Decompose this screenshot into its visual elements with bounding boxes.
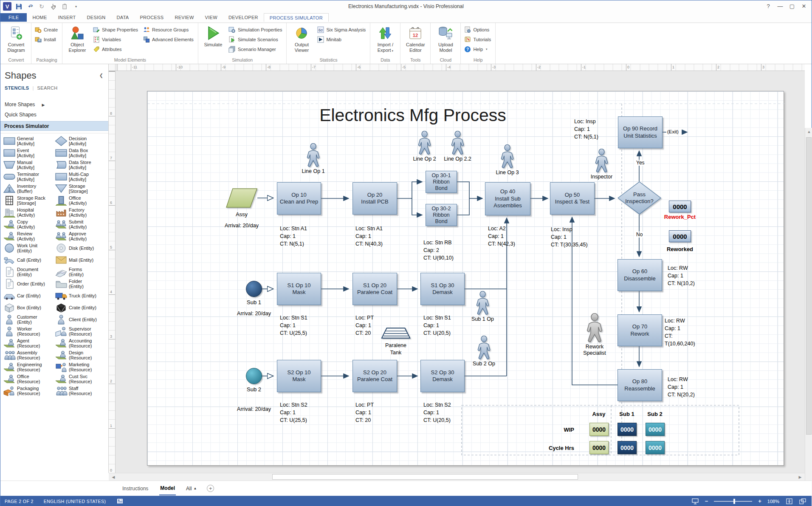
scroll-left-icon[interactable]: ◀ (110, 475, 117, 479)
tab-design[interactable]: DESIGN (82, 13, 111, 21)
stencil-shape-work-unit[interactable]: Work Unit(Entity) (3, 242, 55, 254)
stencil-shape-manual[interactable]: Manual[Activity] (3, 159, 55, 171)
process-box-s2op10[interactable]: S2 Op 10Mask (277, 360, 321, 392)
more-shapes[interactable]: More Shapes▶ (5, 102, 45, 107)
zoom-slider-thumb[interactable] (733, 499, 735, 504)
stencil-shape-mail-entity-[interactable]: Mail (Entity) (55, 254, 107, 266)
button-output-viewer[interactable]: OutputViewer (288, 24, 315, 53)
stencil-shape-storage-rack[interactable]: Storage Rack[Storage] (3, 195, 55, 206)
stencil-shape-factory[interactable]: Factory(Activity) (55, 206, 107, 218)
button-upload-model[interactable]: UploadModel (432, 24, 459, 53)
stencil-shape-staff[interactable]: Staff(Resource) (55, 385, 107, 397)
stencil-shape-terminator[interactable]: Terminator[Activity] (3, 171, 55, 183)
status-page-indicator[interactable]: PAGE 2 OF 2 (5, 499, 34, 504)
stencil-shape-data-box[interactable]: Data Box[Activity] (55, 147, 107, 159)
button-six-sigma-analysis[interactable]: 6σSix Sigma Analysis (316, 25, 368, 34)
button-resource-groups[interactable]: Resource Groups (141, 25, 196, 34)
button-convert-diagram[interactable]: ConvertDiagram (3, 24, 29, 53)
button-scenario-manager[interactable]: Scenario Manager (227, 44, 285, 54)
tab-process-simulator-active[interactable]: PROCESS SIMULATOR (264, 13, 329, 22)
button-calendar-editor[interactable]: 12CalendarEditor (402, 24, 429, 53)
add-page-button[interactable]: + (207, 485, 214, 492)
button-create[interactable]: Create (33, 25, 60, 34)
person-sub2op[interactable] (477, 336, 491, 362)
switch-windows-icon[interactable] (799, 498, 806, 505)
zoom-out-icon[interactable]: − (705, 498, 708, 504)
stencil-shape-office[interactable]: Office(Activity) (55, 195, 107, 206)
process-box-op20[interactable]: Op 20Install PCB (352, 182, 397, 215)
button-simulate[interactable]: Simulate (200, 24, 226, 48)
entity-assy[interactable] (226, 188, 257, 209)
tab-file[interactable]: FILE (0, 13, 27, 22)
stencil-header-process-simulator[interactable]: Process Simulator (0, 121, 108, 131)
tab-process[interactable]: PROCESS (134, 13, 169, 21)
process-box-op80[interactable]: Op 80Reassemble (617, 369, 662, 401)
tab-data[interactable]: DATA (111, 13, 135, 21)
stencil-shape-disk-entity-[interactable]: Disk (Entity) (55, 242, 107, 254)
process-box-s2op30[interactable]: S2 Op 30Demask (420, 360, 465, 392)
button-variables[interactable]: Variables (91, 34, 141, 44)
stencil-shape-copy[interactable]: Copy(Activity) (3, 218, 55, 230)
zoom-slider[interactable] (714, 501, 752, 502)
paralene-tank-shape[interactable] (380, 325, 412, 343)
stencil-shape-storage[interactable]: Storage[Storage] (55, 183, 107, 195)
button-object-explorer[interactable]: ObjectExplorer (64, 24, 90, 53)
presentation-mode-icon[interactable] (691, 498, 699, 505)
stencil-shape-order-entity-[interactable]: Order (Entity) (3, 278, 55, 290)
process-box-op90[interactable]: Op 90 RecordUnit Statistics (618, 116, 663, 148)
scroll-up-icon[interactable]: ▲ (805, 130, 812, 134)
horizontal-scroll-thumb[interactable] (272, 474, 578, 480)
stencil-shape-customer[interactable]: Customer(Entity) (3, 314, 55, 325)
canvas-viewport[interactable]: Electronics Mfg Process Op 10Clean and P… (116, 71, 805, 473)
process-box-s2op20[interactable]: S2 Op 20Paralene Coat (352, 360, 397, 392)
button-shape-properties[interactable]: Shape Properties (91, 25, 141, 34)
process-box-s1op10[interactable]: S1 Op 10Mask (277, 273, 321, 305)
stencil-shape-inventory[interactable]: Inventory(Buffer) (3, 183, 55, 195)
stencil-shape-call-entity-[interactable]: Call (Entity) (3, 254, 55, 266)
process-box-op302[interactable]: Op 30-2RibbonBond (426, 204, 457, 226)
tab-review[interactable]: REVIEW (169, 13, 199, 21)
vertical-scrollbar[interactable]: ▲ ▼ (805, 128, 812, 506)
stencil-shape-marketing[interactable]: Marketing(Resource) (55, 361, 107, 373)
stencil-shape-accounting[interactable]: Accounting(Resource) (55, 337, 107, 349)
close-icon[interactable]: ✕ (798, 0, 810, 11)
stencil-shape-cust-svc[interactable]: Cust Svc(Resource) (55, 373, 107, 385)
stencil-shape-agent[interactable]: Agent(Resource) (3, 337, 55, 349)
monitor-cell-wip-assy[interactable]: 0000 (589, 423, 609, 436)
stencil-shape-office[interactable]: Office(Resource) (3, 373, 55, 385)
process-box-op10[interactable]: Op 10Clean and Prep (277, 182, 321, 215)
monitor-cell-cycle-hrs-sub-1[interactable]: 0000 (617, 441, 637, 454)
person-inspector[interactable] (595, 149, 608, 175)
person-lineop22[interactable] (451, 131, 464, 157)
counter-reworkpct[interactable]: 0000 (669, 201, 691, 212)
stencil-shape-general[interactable]: General[Activity] (3, 135, 55, 147)
drawing-page[interactable]: Electronics Mfg Process Op 10Clean and P… (147, 91, 784, 466)
monitor-cell-wip-sub-1[interactable]: 0000 (617, 423, 637, 436)
stencil-shape-decision[interactable]: Decision[Activity] (55, 135, 107, 147)
button-options[interactable]: Options (462, 25, 493, 34)
tab-home[interactable]: HOME (27, 13, 52, 21)
stencil-shape-forms[interactable]: Forms(Entity) (55, 266, 107, 278)
stencil-shape-engineering[interactable]: Engineering(Resource) (3, 361, 55, 373)
tab-view[interactable]: VIEW (200, 13, 223, 21)
stencil-shape-document[interactable]: Document(Entity) (3, 266, 55, 278)
stencil-shape-crate-entity-[interactable]: Crate (Entity) (55, 302, 107, 314)
person-reworkspec[interactable] (586, 313, 603, 345)
button-simulate-scenarios[interactable]: Simulate Scenarios (227, 34, 285, 44)
help-icon[interactable]: ? (762, 0, 774, 11)
stencil-shape-box-entity-[interactable]: Box (Entity) (3, 302, 55, 314)
tab-developer[interactable]: DEVELOPER (223, 13, 264, 21)
macro-status-icon[interactable] (116, 498, 124, 505)
collapse-panel-icon[interactable]: ❮ (99, 73, 103, 78)
person-lineop3[interactable] (501, 144, 514, 170)
button-import-export[interactable]: Import /Export▾ (372, 24, 398, 54)
vertical-scroll-thumb[interactable] (806, 137, 812, 435)
entity-sub1[interactable] (246, 281, 262, 297)
button-advanced-elements[interactable]: Advanced Elements (141, 34, 196, 44)
horizontal-scrollbar[interactable]: ◀ ▶ (109, 473, 805, 481)
stencil-shape-review[interactable]: Review(Activity) (3, 230, 55, 242)
stencil-shape-event[interactable]: Event[Activity] (3, 147, 55, 159)
process-box-op40[interactable]: Op 40Install SubAssemblies (485, 182, 530, 215)
person-sub1op[interactable] (476, 291, 489, 317)
quick-shapes[interactable]: Quick Shapes (5, 112, 37, 118)
